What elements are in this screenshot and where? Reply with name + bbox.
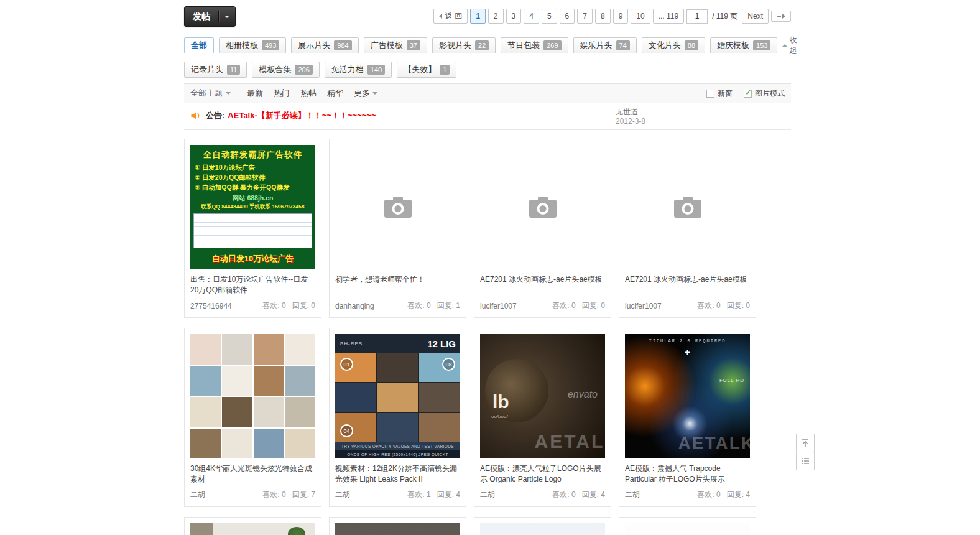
category-tab[interactable]: 娱乐片头74	[573, 37, 637, 54]
post-thumbnail[interactable]	[335, 145, 460, 269]
post-author[interactable]: 二胡	[625, 490, 640, 500]
category-tab[interactable]: 影视片头22	[432, 37, 496, 54]
pagination-page[interactable]: 9	[613, 9, 629, 24]
post-title[interactable]: 初学者，想请老师帮个忙！	[335, 274, 460, 295]
image-mode-label: 图片模式	[755, 88, 785, 99]
pagination-page[interactable]: 5	[542, 9, 557, 24]
post-stats: 喜欢: 0回复: 4	[697, 490, 750, 500]
post-author[interactable]: lucifer1007	[625, 302, 662, 310]
sort-newest[interactable]: 最新	[247, 88, 263, 99]
post-thumbnail[interactable]: 全自动群发霸屏广告软件 ① 日发10万论坛广告 ② 日发20万QQ邮箱软件 ③ …	[190, 145, 315, 269]
post-thumbnail[interactable]: TICULAR 2.0 REQUIRED + FULL HD AETALK	[625, 334, 750, 458]
pagination-next-button[interactable]: Next	[742, 9, 769, 24]
pagination-page[interactable]: 10	[631, 9, 650, 24]
post-stats: 喜欢: 0回复: 0	[552, 300, 605, 311]
post-thumbnail[interactable]	[625, 523, 750, 535]
checkbox-checked-icon[interactable]	[744, 90, 752, 98]
post-replies: 回复: 0	[582, 300, 605, 311]
post-card: lb oo/boo/ envato AETALK AE模版：漂亮大气粒子LOGO…	[474, 328, 611, 507]
category-count-badge: 11	[227, 65, 240, 75]
category-tab[interactable]: 【失效】1	[397, 62, 456, 78]
pagination-page[interactable]: 3	[506, 9, 522, 24]
page-jump-input[interactable]	[686, 9, 708, 24]
thumbnail-collage: 01 08 04	[335, 353, 460, 442]
pagination-page[interactable]: 8	[595, 9, 611, 24]
post-thumbnail[interactable]: lb oo/boo/ envato AETALK	[480, 334, 605, 458]
post-author[interactable]: 二胡	[335, 490, 350, 500]
checkbox-unchecked-icon[interactable]	[706, 90, 714, 98]
collage-cell	[254, 397, 284, 427]
post-thumbnail[interactable]	[190, 334, 315, 458]
post-author[interactable]: 二胡	[190, 490, 205, 500]
category-tab-label: 娱乐片头	[580, 40, 612, 51]
topic-filter-dropdown[interactable]: 全部主题	[190, 88, 231, 99]
post-author[interactable]: 2775416944	[190, 302, 232, 310]
post-author[interactable]: lucifer1007	[480, 302, 517, 310]
announcement-link[interactable]: AETalk-【新手必读】！！~~！！~~~~~~	[228, 110, 376, 121]
pagination-page[interactable]: 4	[524, 9, 539, 24]
post-thumbnail[interactable]: GH-RES 12 LIG 01 08 04 TRY VARIOUS OPACI…	[335, 334, 460, 458]
post-title[interactable]: AE7201 冰火动画标志-ae片头ae模板	[480, 274, 605, 295]
pagination-page[interactable]: 6	[560, 9, 575, 24]
pagination-page[interactable]: 7	[577, 9, 593, 24]
category-tab[interactable]: 婚庆模板153	[710, 37, 777, 54]
post-title[interactable]: 出售：日发10万论坛广告软件--日发20万QQ邮箱软件	[190, 274, 315, 295]
camera-icon	[528, 195, 558, 220]
post-title[interactable]: AE7201 冰火动画标志-ae片头ae模板	[625, 274, 750, 295]
category-tab[interactable]: 免活力档140	[325, 62, 392, 78]
back-to-top-button[interactable]	[796, 434, 815, 452]
category-tab[interactable]: 相册模板493	[219, 37, 286, 54]
category-tab[interactable]: 记录片头11	[184, 62, 247, 78]
post-title[interactable]: AE模版：漂亮大气粒子LOGO片头展示 Organic Particle Log…	[480, 463, 605, 485]
collapse-filter-button[interactable]: 收起	[782, 35, 797, 56]
category-tab-label: 展示片头	[298, 40, 330, 51]
category-tab[interactable]: 文化片头88	[642, 37, 705, 54]
pagination-back-button[interactable]: 返 回	[433, 9, 468, 24]
image-mode-checkbox[interactable]: 图片模式	[744, 88, 785, 99]
category-tab-all[interactable]: 全部	[184, 37, 214, 54]
category-tab-label: 广告模板	[371, 40, 403, 51]
post-card	[619, 517, 756, 535]
category-tab[interactable]: 广告模板37	[364, 37, 427, 54]
chevron-up-icon	[782, 44, 787, 47]
post-stats: 喜欢: 0回复: 1	[407, 300, 460, 311]
post-likes: 喜欢: 0	[697, 300, 720, 311]
category-tab[interactable]: 节目包装269	[501, 37, 568, 54]
pagination-forward-button[interactable]	[771, 11, 791, 22]
post-author[interactable]: danhanqing	[335, 302, 374, 310]
post-title[interactable]: AE模版：震撼大气 Trapcode Particular 粒子LOGO片头展示	[625, 463, 750, 485]
post-replies: 回复: 0	[727, 300, 750, 311]
sort-hot[interactable]: 热门	[274, 88, 290, 99]
plant-image	[288, 527, 305, 535]
post-thumbnail[interactable]	[625, 145, 750, 269]
category-count-badge: 1	[440, 65, 450, 75]
sort-digest[interactable]: 精华	[327, 88, 343, 99]
content-area: 发帖 返 回 1 2 3 4 5 6 7 8 9 10 ... 119 / 11…	[184, 0, 791, 535]
category-tab[interactable]: 模板合集206	[252, 62, 319, 78]
announcement-author[interactable]: 无世道	[616, 108, 645, 117]
sort-bar: 全部主题 最新 热门 热帖 精华 更多 新窗 图片模式	[184, 83, 791, 103]
collage-cell	[190, 397, 221, 427]
sort-hot-threads[interactable]: 热帖	[300, 88, 317, 99]
post-title[interactable]: 30组4K华丽大光斑镜头炫光特效合成素材	[190, 463, 315, 485]
post-thumbnail[interactable]	[480, 523, 605, 535]
post-likes: 喜欢: 0	[262, 300, 285, 311]
post-thumbnail[interactable]: Up	[190, 523, 315, 535]
thread-list-button[interactable]	[796, 452, 815, 470]
pagination-page-current[interactable]: 1	[470, 9, 486, 24]
post-thumbnail[interactable]: NEED TEMPLATE?	[335, 523, 460, 535]
new-post-button[interactable]: 发帖	[184, 6, 236, 27]
sort-more-dropdown[interactable]: 更多	[354, 88, 377, 99]
post-meta: danhanqing 喜欢: 0回复: 1	[335, 300, 460, 311]
post-card: AE7201 冰火动画标志-ae片头ae模板 lucifer1007 喜欢: 0…	[474, 139, 611, 318]
post-title[interactable]: 视频素材：12组2K分辨率高清镜头漏光效果 Light Leaks Pack I…	[335, 463, 460, 485]
post-author[interactable]: 二胡	[480, 490, 495, 500]
collage-cell	[222, 429, 252, 459]
pagination-page[interactable]: 2	[488, 9, 504, 24]
new-window-checkbox[interactable]: 新窗	[706, 88, 733, 99]
new-post-dropdown[interactable]	[219, 16, 235, 18]
post-thumbnail[interactable]	[480, 145, 605, 269]
pagination-last-page[interactable]: ... 119	[653, 9, 684, 24]
category-tab[interactable]: 展示片头984	[291, 37, 358, 54]
collage-cell	[222, 334, 252, 365]
